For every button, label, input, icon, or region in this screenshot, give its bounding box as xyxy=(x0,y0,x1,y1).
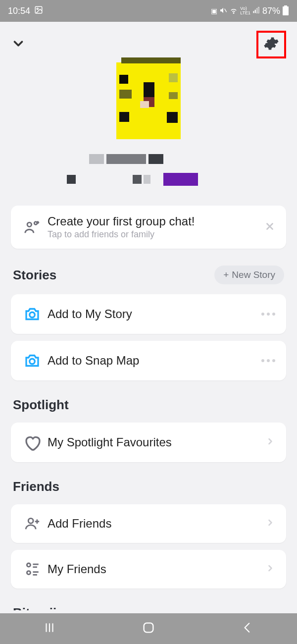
story-item-label: Add to My Story xyxy=(48,307,261,321)
battery-icon xyxy=(282,5,289,17)
add-friends-card[interactable]: Add Friends xyxy=(11,504,286,543)
my-friends-card[interactable]: My Friends xyxy=(11,550,286,589)
status-battery: 87% xyxy=(262,6,280,16)
spotlight-item-label: My Spotlight Favourites xyxy=(48,435,265,449)
create-group-chat-card[interactable]: Create your first group chat! Tap to add… xyxy=(11,206,286,249)
story-item-label: Add to Snap Map xyxy=(48,354,261,368)
svg-point-10 xyxy=(27,222,32,227)
signal-icon xyxy=(252,6,260,16)
svg-rect-6 xyxy=(256,8,257,13)
lte-icon: Vo)LTE1 xyxy=(240,6,250,15)
dropdown-chevron-icon[interactable] xyxy=(11,36,26,53)
svg-point-17 xyxy=(30,359,35,364)
mute-icon xyxy=(219,6,227,16)
wifi-icon xyxy=(229,6,238,16)
section-title-stories: Stories xyxy=(13,268,56,283)
camera-icon xyxy=(22,305,43,323)
svg-point-3 xyxy=(233,12,234,13)
chevron-right-icon xyxy=(265,518,275,530)
svg-point-1 xyxy=(37,8,38,9)
home-button[interactable] xyxy=(142,621,155,637)
section-title-friends: Friends xyxy=(13,479,59,494)
status-bar: 10:54 ▣ Vo)LTE1 87% xyxy=(0,0,297,22)
section-header-spotlight: Spotlight xyxy=(0,387,297,416)
group-chat-subtitle: Tap to add friends or family xyxy=(48,229,264,240)
camera-icon xyxy=(22,352,43,370)
svg-rect-4 xyxy=(253,11,254,13)
charge-icon: ▣ xyxy=(211,7,217,15)
friends-item-label: My Friends xyxy=(48,562,265,576)
svg-point-18 xyxy=(28,518,33,523)
svg-rect-7 xyxy=(258,7,259,13)
close-icon[interactable] xyxy=(264,221,275,234)
friends-item-label: Add Friends xyxy=(48,517,265,531)
back-button[interactable] xyxy=(241,621,254,636)
group-chat-title: Create your first group chat! xyxy=(48,215,264,228)
android-nav-bar xyxy=(0,613,297,644)
settings-button-highlight xyxy=(256,31,286,58)
svg-point-22 xyxy=(27,571,30,575)
svg-rect-9 xyxy=(284,5,287,6)
profile-name-censored xyxy=(59,154,238,199)
add-friend-icon xyxy=(22,515,43,532)
svg-line-2 xyxy=(225,8,227,12)
new-story-label: New Story xyxy=(232,269,275,280)
profile-avatar[interactable] xyxy=(116,62,181,139)
more-icon[interactable] xyxy=(261,359,275,362)
svg-point-21 xyxy=(27,563,30,567)
group-icon xyxy=(22,219,43,236)
spotlight-favourites-card[interactable]: My Spotlight Favourites xyxy=(11,423,286,462)
chevron-right-icon xyxy=(265,563,275,575)
add-to-snap-map-card[interactable]: Add to Snap Map xyxy=(11,341,286,380)
new-story-button[interactable]: + New Story xyxy=(214,266,284,284)
heart-icon xyxy=(22,433,43,451)
picture-icon xyxy=(34,5,43,17)
svg-point-16 xyxy=(30,312,35,318)
status-time: 10:54 xyxy=(8,6,30,16)
settings-gear-icon[interactable] xyxy=(263,36,279,54)
add-to-my-story-card[interactable]: Add to My Story xyxy=(11,294,286,334)
svg-rect-8 xyxy=(283,6,289,15)
plus-icon: + xyxy=(223,269,229,280)
svg-rect-30 xyxy=(144,623,153,633)
friends-list-icon xyxy=(22,561,43,578)
more-icon[interactable] xyxy=(261,313,275,316)
chevron-right-icon xyxy=(265,436,275,448)
svg-rect-5 xyxy=(255,9,256,13)
section-title-bitmoji: Bitmoji xyxy=(0,595,297,610)
section-header-friends: Friends xyxy=(0,469,297,497)
recent-apps-button[interactable] xyxy=(43,621,56,636)
section-header-stories: Stories + New Story xyxy=(0,256,297,287)
section-title-spotlight: Spotlight xyxy=(13,397,69,413)
